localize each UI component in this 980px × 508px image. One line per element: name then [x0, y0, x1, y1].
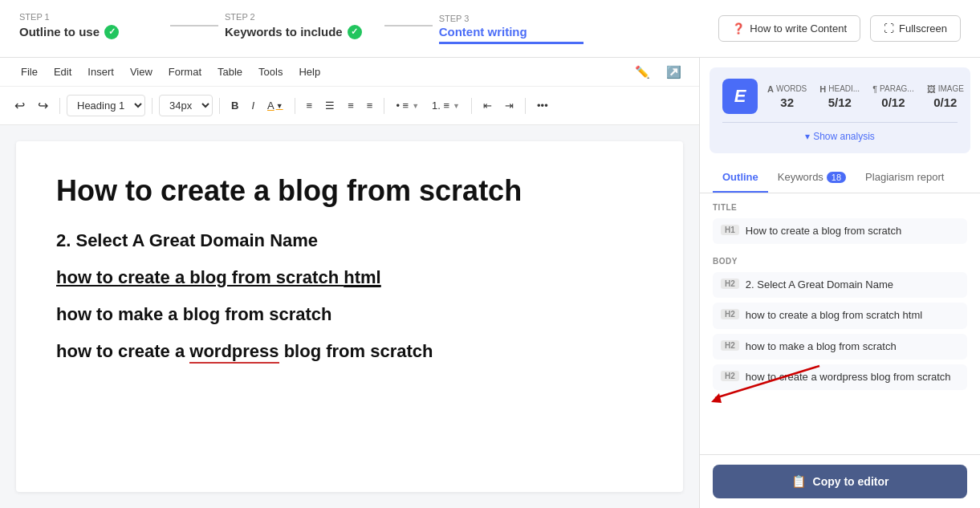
- how-to-write-button[interactable]: ❓ How to write Content: [718, 15, 860, 42]
- step-2-check: [348, 23, 362, 39]
- outline-body-item-1: H2 2. Select A Great Domain Name: [713, 272, 967, 298]
- outline-body-section: BODY H2 2. Select A Great Domain Name H2…: [713, 257, 967, 390]
- font-size-select[interactable]: 34px: [159, 95, 213, 116]
- doc-line-2: how to create a blog from scratch html: [56, 267, 643, 288]
- toolbar-sep-1: [59, 98, 60, 114]
- justify-button[interactable]: ≡: [362, 96, 378, 115]
- outline-h2-tag-1: H2: [721, 278, 739, 289]
- show-analysis-label: Show analysis: [813, 131, 875, 142]
- toolbar-sep-6: [471, 98, 472, 114]
- outline-h2-tag-2: H2: [721, 309, 739, 319]
- menu-tools[interactable]: Tools: [250, 61, 291, 83]
- fullscreen-button[interactable]: ⛶ Fullscreen: [870, 15, 961, 42]
- menu-help[interactable]: Help: [291, 61, 328, 83]
- main-layout: File Edit Insert View Format Table Tools…: [0, 58, 980, 508]
- editor-toolbar: ↩ ↪ Heading 1 34px B I A ▼ ≡ ☰ ≡ ≡ • ≡ ▼…: [0, 87, 699, 125]
- keywords-badge: 18: [827, 172, 846, 183]
- editor-document[interactable]: How to create a blog from scratch 2. Sel…: [16, 141, 683, 492]
- outline-body-text-3: how to make a blog from scratch: [746, 339, 897, 354]
- analysis-top: E A WORDS 32 H HEADI... 5/: [722, 79, 958, 114]
- menu-format[interactable]: Format: [161, 61, 209, 83]
- copy-to-editor-button[interactable]: 📋 Copy to editor: [713, 465, 967, 498]
- outdent-button[interactable]: ⇤: [478, 96, 497, 115]
- menu-edit[interactable]: Edit: [46, 61, 79, 83]
- bullet-list-button[interactable]: • ≡ ▼: [391, 96, 424, 115]
- words-value: 32: [780, 96, 794, 109]
- menu-insert[interactable]: Insert: [79, 61, 122, 83]
- toolbar-sep-5: [384, 98, 384, 114]
- wordpress-underline: wordpress: [189, 341, 279, 364]
- headings-value: 5/12: [828, 96, 852, 109]
- heading-select[interactable]: Heading 1: [67, 95, 145, 116]
- step-divider-1: [170, 25, 218, 26]
- images-value: 0/12: [933, 96, 957, 109]
- edit-icon-button[interactable]: ✏️: [630, 62, 655, 83]
- title-section-label: TITLE: [713, 203, 967, 212]
- indent-button[interactable]: ⇥: [500, 96, 518, 115]
- sidebar: E A WORDS 32 H HEADI... 5/: [699, 58, 980, 508]
- show-analysis-button[interactable]: ▾ Show analysis: [722, 131, 958, 142]
- highlight-button[interactable]: A ▼: [262, 96, 288, 115]
- image-icon: 🖼: [927, 84, 936, 94]
- how-to-label: How to write Content: [750, 22, 847, 35]
- outline-title-item: H1 How to create a blog from scratch: [713, 218, 967, 244]
- outline-body-item-2: H2 how to create a blog from scratch htm…: [713, 303, 967, 328]
- stat-paragraphs: ¶ PARAG... 0/12: [872, 84, 914, 109]
- share-icon-button[interactable]: ↗️: [661, 62, 686, 83]
- copy-btn-label: Copy to editor: [813, 475, 889, 488]
- outline-body-text-4: how to create a wordpress blog from scra…: [746, 370, 951, 384]
- toolbar-sep-2: [152, 98, 152, 114]
- headings-icon: H: [819, 84, 826, 94]
- step-3-num: STEP 3: [439, 14, 567, 23]
- menu-file[interactable]: File: [13, 61, 46, 83]
- copy-icon: 📋: [791, 474, 807, 489]
- step-3[interactable]: STEP 3 Content writing: [439, 14, 584, 44]
- doc-line-3: how to make a blog from scratch: [56, 304, 643, 325]
- stepper-right: ❓ How to write Content ⛶ Fullscreen: [718, 15, 961, 42]
- step-1-label: Outline to use: [19, 25, 100, 39]
- undo-button[interactable]: ↩: [10, 95, 30, 116]
- body-section-label: BODY: [713, 257, 967, 266]
- tab-keywords[interactable]: Keywords 18: [768, 163, 856, 193]
- outline-h2-tag-3: H2: [721, 340, 739, 351]
- numbered-list-button[interactable]: 1. ≡ ▼: [427, 96, 465, 115]
- outline-body-text-1: 2. Select A Great Domain Name: [746, 278, 893, 292]
- bold-button[interactable]: B: [226, 96, 243, 115]
- step-2-label: Keywords to include: [225, 25, 343, 39]
- doc-line-2-text: how to create a blog from scratch html: [56, 267, 381, 287]
- outline-body-item-3: H2 how to make a blog from scratch: [713, 334, 967, 360]
- outline-title-text: How to create a blog from scratch: [746, 224, 901, 238]
- paragraphs-value: 0/12: [881, 96, 905, 109]
- analysis-stats: A WORDS 32 H HEADI... 5/12: [767, 84, 964, 109]
- analysis-divider: [722, 122, 958, 123]
- menu-table[interactable]: Table: [209, 61, 250, 83]
- question-icon: ❓: [732, 22, 745, 35]
- more-button[interactable]: •••: [532, 96, 553, 115]
- outline-body-item-4: H2 how to create a wordpress blog from s…: [713, 364, 967, 390]
- step-1[interactable]: STEP 1 Outline to use: [19, 12, 164, 45]
- stat-headings: H HEADI... 5/12: [819, 84, 860, 109]
- menu-view[interactable]: View: [122, 61, 161, 83]
- toolbar-sep-3: [219, 98, 220, 114]
- toolbar-sep-4: [295, 98, 295, 114]
- paragraphs-label: ¶ PARAG...: [872, 84, 914, 94]
- fullscreen-label: Fullscreen: [899, 22, 947, 35]
- para-icon: ¶: [872, 84, 877, 94]
- tab-plagiarism[interactable]: Plagiarism report: [856, 163, 954, 193]
- align-left-button[interactable]: ≡: [302, 96, 318, 115]
- document-title: How to create a blog from scratch: [56, 173, 643, 208]
- words-label: A WORDS: [767, 84, 807, 94]
- step-2[interactable]: STEP 2 Keywords to include: [225, 12, 378, 45]
- redo-button[interactable]: ↪: [33, 95, 53, 116]
- align-right-button[interactable]: ≡: [343, 96, 359, 115]
- step-2-num: STEP 2: [225, 12, 362, 22]
- words-icon: A: [767, 84, 774, 94]
- headings-label: H HEADI...: [819, 84, 860, 94]
- tab-outline[interactable]: Outline: [713, 163, 768, 193]
- doc-line-4: how to create a wordpress blog from scra…: [56, 341, 643, 362]
- stat-words: A WORDS 32: [767, 84, 807, 109]
- align-center-button[interactable]: ☰: [320, 96, 340, 115]
- menu-bar: File Edit Insert View Format Table Tools…: [0, 58, 699, 87]
- italic-button[interactable]: I: [246, 96, 259, 115]
- fullscreen-icon: ⛶: [884, 22, 894, 35]
